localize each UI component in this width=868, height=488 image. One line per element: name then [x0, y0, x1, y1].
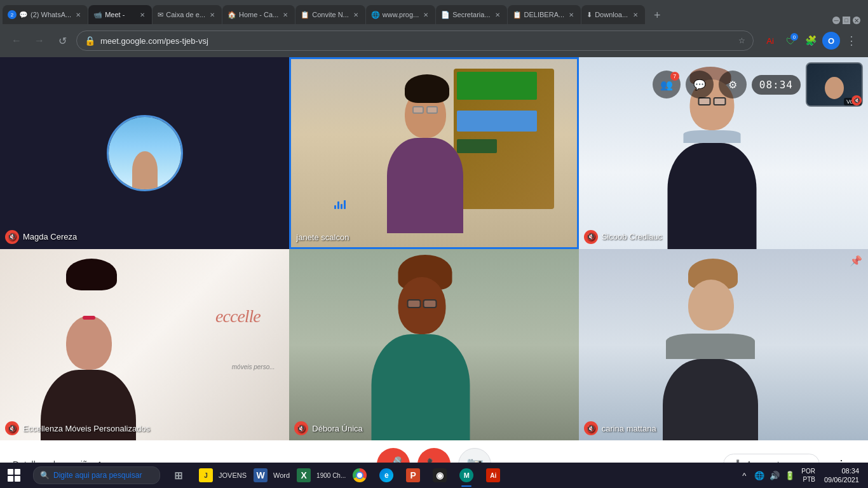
start-square-3: [8, 476, 13, 482]
video-tile-debora: 🔇 Débora Única: [289, 249, 578, 441]
taskbar-search[interactable]: 🔍 Digite aqui para pesquisar: [33, 466, 160, 484]
debora-glasses: [398, 277, 445, 308]
word-label: Word: [273, 471, 290, 479]
forward-button[interactable]: →: [31, 32, 48, 50]
tab-secretaria[interactable]: 📄 Secretaria... ✕: [436, 5, 506, 24]
taskbar-clock: 08:34 09/06/2021: [820, 466, 863, 485]
tab-close-prog[interactable]: ✕: [421, 10, 430, 19]
bar4: [344, 200, 346, 209]
debora-mute-icon: 🔇: [294, 421, 308, 435]
video-tile-janete: janete scalcon: [289, 57, 578, 249]
tab-gmail[interactable]: ✉ Caixa de e... ✕: [153, 5, 222, 24]
janete-name: janete scalcon: [296, 233, 349, 242]
carina-name: carina mattana: [602, 424, 656, 433]
tab-close-home[interactable]: ✕: [281, 10, 290, 19]
debora-body: [371, 334, 470, 440]
magda-avatar-bg: [109, 117, 181, 189]
tab-close-secretaria[interactable]: ✕: [493, 10, 502, 19]
taskbar-language: PORPTB: [799, 467, 818, 484]
carina-pin-icon[interactable]: 📌: [849, 254, 863, 268]
tray-chevron[interactable]: ^: [738, 469, 750, 482]
self-mute-icon: 🔇: [851, 95, 862, 105]
taskbar-item-edge[interactable]: e: [374, 463, 399, 488]
taskbar-item-darkapp[interactable]: ◉: [427, 463, 452, 488]
tray-battery-icon[interactable]: 🔋: [783, 469, 796, 482]
participants-icon: 👥: [660, 79, 673, 91]
tab-download[interactable]: ⬇ Downloa... ✕: [581, 5, 645, 24]
taskbar-item-excel[interactable]: X: [291, 463, 316, 488]
taskbar: 🔍 Digite aqui para pesquisar ⊞ J JOVENS …: [0, 463, 868, 488]
bar2: [337, 201, 339, 209]
tab-meet[interactable]: 📹 Meet - ✕: [88, 5, 152, 24]
lock-icon: 🔒: [85, 36, 95, 46]
close-button[interactable]: ✕: [853, 17, 860, 24]
tab-close-convite[interactable]: ✕: [351, 10, 360, 19]
profile-button[interactable]: O: [822, 32, 840, 50]
tab-favicon-meet: 📹: [93, 11, 102, 19]
debora-head: [398, 277, 445, 334]
tab-label-convite: Convite N...: [312, 11, 348, 18]
magda-avatar-circle: [107, 115, 183, 191]
address-bar: ← → ↺ 🔒 meet.google.com/pes-tjeb-vsj ☆ A…: [0, 24, 868, 57]
magda-label: 🔇 Magda Cereza: [5, 230, 77, 244]
magda-body-silhouette: [132, 151, 158, 189]
tab-convite[interactable]: 📋 Convite N... ✕: [295, 5, 365, 24]
excel-icon: X: [297, 468, 311, 482]
task-view-button[interactable]: ⊞: [165, 463, 191, 488]
participants-button[interactable]: 👥 7: [653, 71, 681, 98]
tab-label-delibera: DELIBERA...: [524, 11, 565, 18]
url-bar[interactable]: 🔒 meet.google.com/pes-tjeb-vsj ☆: [76, 30, 754, 51]
darkapp-icon: ◉: [433, 468, 447, 482]
taskbar-item-ai[interactable]: Ai: [480, 463, 506, 488]
extensions-button[interactable]: 🧩: [802, 32, 820, 50]
tab-close-delibera[interactable]: ✕: [567, 10, 576, 19]
tray-speaker-icon[interactable]: 🔊: [768, 469, 781, 482]
taskbar-item-meet-active[interactable]: M: [454, 463, 479, 488]
taskbar-item-jovens[interactable]: J: [193, 463, 219, 488]
janete-plant: [457, 72, 537, 100]
new-tab-button[interactable]: +: [648, 6, 666, 24]
self-preview-wrapper: Você 🔇: [806, 62, 863, 107]
menu-button[interactable]: ⋮: [843, 32, 860, 50]
restore-button[interactable]: □: [843, 17, 850, 24]
chrome-icon: [353, 468, 367, 482]
sicoob-label: 🔇 Sicoob Crediauc: [584, 230, 662, 244]
jovens-label: JOVENS: [219, 471, 247, 479]
tab-home[interactable]: 🏠 Home - Ca... ✕: [222, 5, 295, 24]
tab-close-download[interactable]: ✕: [631, 10, 640, 19]
tab-delibera[interactable]: 📋 DELIBERA... ✕: [508, 5, 581, 24]
adobe-icon[interactable]: Ai: [761, 32, 779, 50]
start-button[interactable]: [0, 463, 28, 488]
bar3: [341, 204, 342, 209]
self-avatar-head: [825, 77, 844, 99]
shield-extension[interactable]: 🛡 0: [782, 32, 799, 50]
tab-whatsapp[interactable]: 2 💬 (2) WhatsA... ✕: [3, 5, 88, 24]
video-tile-magda: 🔇 Magda Cereza: [0, 57, 289, 249]
tab-close-whatsapp[interactable]: ✕: [74, 10, 83, 19]
tab-close-gmail[interactable]: ✕: [208, 10, 217, 19]
tray-network-icon[interactable]: 🌐: [753, 469, 766, 482]
debora-label: 🔇 Débora Única: [294, 421, 363, 435]
taskbar-item-powerpoint[interactable]: P: [400, 463, 426, 488]
reload-button[interactable]: ↺: [53, 32, 71, 50]
tab-favicon-secretaria: 📄: [441, 11, 450, 19]
minimize-button[interactable]: ─: [832, 17, 840, 24]
tab-close-meet[interactable]: ✕: [138, 10, 147, 19]
eccellenza-person: [66, 259, 136, 440]
participants-badge: 7: [670, 72, 679, 81]
activities-icon: ⚙: [728, 79, 737, 91]
back-button[interactable]: ←: [8, 32, 25, 50]
start-square-2: [15, 469, 20, 475]
activities-button[interactable]: ⚙: [719, 71, 747, 98]
janete-body: [387, 138, 463, 233]
ai-taskbar-icon: Ai: [486, 468, 500, 482]
tab-prog[interactable]: 🌐 www.prog... ✕: [366, 5, 435, 24]
taskbar-item-word[interactable]: W: [248, 463, 273, 488]
powerpoint-icon: P: [406, 468, 420, 482]
chat-button[interactable]: 💬: [686, 71, 714, 98]
janete-art: [457, 111, 537, 132]
bookmark-icon[interactable]: ☆: [738, 36, 745, 45]
taskbar-item-chrome[interactable]: [347, 463, 372, 488]
carina-head: [688, 280, 734, 330]
video-tile-eccellenza: eccelle móveis perso... 🔇 Eccellenza Móv…: [0, 249, 289, 441]
